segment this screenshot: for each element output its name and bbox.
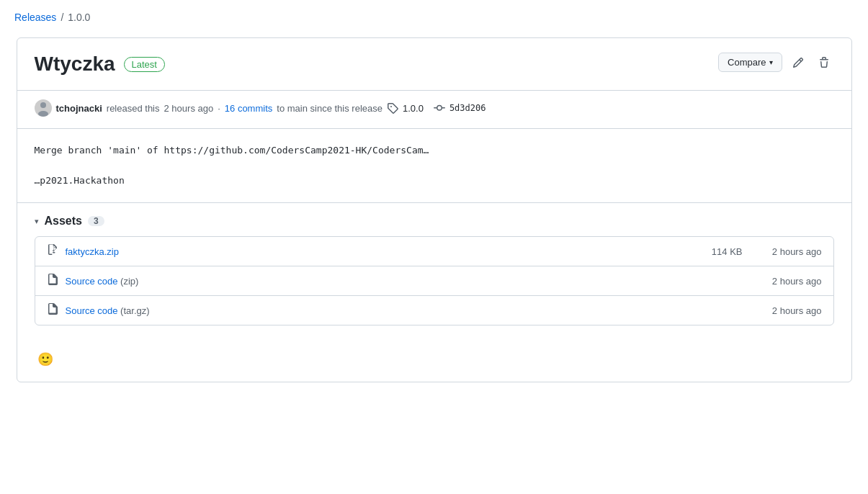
edit-button[interactable] [788,54,808,71]
breadcrumb: Releases / 1.0.0 [14,12,854,23]
commit-hash: 5d3d206 [449,103,486,113]
asset-row: Source code (tar.gz) 2 hours ago [35,296,833,325]
asset-name-source-targz[interactable]: Source code (tar.gz) [66,305,678,316]
released-text: released this [107,103,160,114]
source-file-icon-targz [47,303,58,318]
release-title-area: Wtyczka Latest [35,53,165,76]
svg-rect-5 [55,249,55,250]
commit-icon [434,102,445,114]
svg-point-1 [38,111,48,117]
assets-title: Assets [45,215,82,228]
tag-icon [387,102,398,114]
commits-suffix: to main since this release [277,103,382,114]
author-link[interactable]: tchojnacki [56,103,102,114]
svg-rect-4 [53,249,54,250]
svg-rect-3 [55,248,55,248]
time-ago: 2 hours ago [164,103,214,114]
emoji-reaction-area: 🙂 [17,343,851,382]
pencil-icon [792,57,804,68]
svg-point-0 [40,102,46,108]
compare-button[interactable]: Compare ▾ [718,53,782,72]
latest-badge: Latest [124,57,165,72]
chevron-down-icon: ▾ [769,58,773,66]
asset-time-source-targz: 2 hours ago [750,305,822,316]
assets-section: ▾ Assets 3 faktyczka.zip 114 [17,203,851,343]
trash-icon [818,57,830,68]
commit-message: Merge branch 'main' of https://github.co… [17,129,851,203]
asset-row: faktyczka.zip 114 KB 2 hours ago [35,237,833,266]
avatar [35,99,52,117]
smiley-icon: 🙂 [37,352,53,367]
breadcrumb-current: 1.0.0 [68,12,90,23]
commit-message-line1: Merge branch 'main' of https://github.co… [35,143,834,158]
asset-time-source-zip: 2 hours ago [750,276,822,287]
asset-name-faktyczka[interactable]: faktyczka.zip [66,246,678,257]
commits-link[interactable]: 16 commits [225,103,272,114]
zip-file-icon [47,244,58,259]
assets-chevron-icon: ▾ [35,217,39,226]
breadcrumb-separator: / [61,12,63,23]
asset-name-source-zip[interactable]: Source code (zip) [66,276,678,287]
commit-message-line2: …p2021.Hackathon [35,174,834,189]
emoji-reaction-button[interactable]: 🙂 [35,349,56,370]
release-meta: tchojnacki released this 2 hours ago · 1… [17,91,851,129]
assets-header[interactable]: ▾ Assets 3 [35,215,834,228]
release-card: Wtyczka Latest Compare ▾ [17,37,852,382]
asset-row: Source code (zip) 2 hours ago [35,266,833,296]
release-actions: Compare ▾ [718,53,833,72]
asset-time-faktyczka: 2 hours ago [750,246,822,257]
release-title: Wtyczka [35,53,115,76]
assets-count: 3 [88,216,104,226]
release-header: Wtyczka Latest Compare ▾ [17,38,851,91]
source-file-icon-zip [47,274,58,288]
asset-suffix-zip: (zip) [120,276,138,287]
releases-link[interactable]: Releases [14,12,56,23]
tag-version: 1.0.0 [403,103,424,114]
asset-size-faktyczka: 114 KB [685,246,743,257]
meta-dot: · [218,103,220,114]
asset-suffix-targz: (tar.gz) [120,305,149,316]
svg-rect-2 [53,248,54,248]
delete-button[interactable] [814,54,834,71]
assets-list: faktyczka.zip 114 KB 2 hours ago Source … [35,236,834,325]
